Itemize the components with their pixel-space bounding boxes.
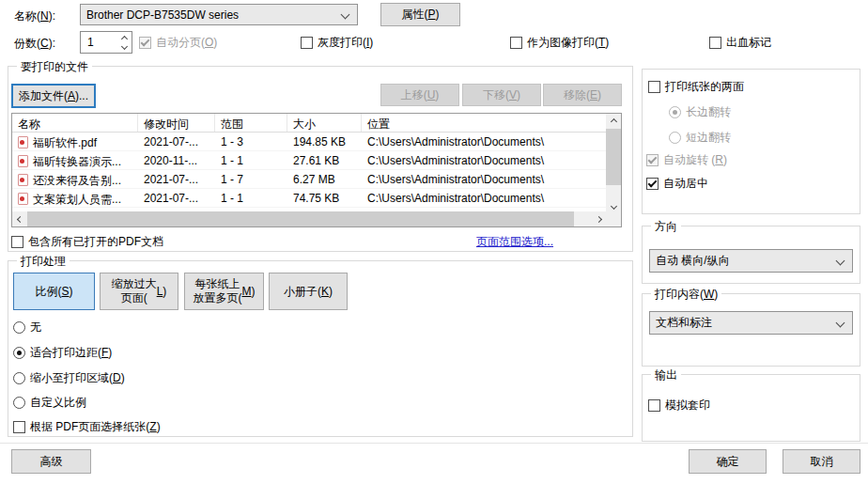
copies-stepper[interactable]: 1 xyxy=(80,31,132,54)
horizontal-scroll-thumb[interactable] xyxy=(27,211,574,226)
table-cell: 194.85 KB xyxy=(287,133,362,150)
print-as-image-label: 作为图像打印(T) xyxy=(527,35,609,51)
radio-icon xyxy=(13,372,25,384)
files-group-title: 要打印的文件 xyxy=(17,59,92,75)
column-header-size[interactable]: 大小 xyxy=(287,114,362,132)
orientation-value: 自动 横向/纵向 xyxy=(650,253,837,269)
print-content-value: 文档和标注 xyxy=(650,315,837,331)
footer-separator xyxy=(0,443,868,444)
shrink-oversized-button[interactable]: 缩放过大 页面(L) xyxy=(100,273,178,310)
radio-short-edge-flip: 短边翻转 xyxy=(669,130,731,145)
radio-none-label: 无 xyxy=(30,320,41,336)
chevron-left-icon xyxy=(16,215,23,222)
print-dialog: { "printer": { "name_label": "名称(N):", "… xyxy=(0,0,868,484)
move-down-button[interactable]: 下移(V) xyxy=(462,84,541,106)
ok-button[interactable]: 确定 xyxy=(689,449,767,474)
table-horizontal-scrollbar[interactable] xyxy=(12,211,606,226)
radio-icon xyxy=(669,132,681,144)
checkbox-icon xyxy=(646,178,659,190)
radio-icon xyxy=(669,106,681,118)
include-all-open-pdf-checkbox[interactable]: 包含所有已打开的PDF文档 xyxy=(11,234,163,249)
scroll-left-button[interactable] xyxy=(12,211,27,226)
collate-checkbox: 自动分页(O) xyxy=(139,35,217,50)
table-cell: 27.61 KB xyxy=(287,151,362,169)
print-as-image-checkbox[interactable]: 作为图像打印(T) xyxy=(510,35,609,50)
page-range-options-link[interactable]: 页面范围选项... xyxy=(476,234,553,250)
checkbox-icon xyxy=(709,37,721,49)
table-vertical-scrollbar[interactable] xyxy=(606,114,621,213)
pdf-file-icon xyxy=(18,174,28,186)
radio-shrink-area-label: 缩小至打印区域(D) xyxy=(30,370,125,386)
table-row[interactable]: 文案策划人员需...2021-07-...1 - 174.75 KBC:\Use… xyxy=(12,189,606,208)
bleed-marks-checkbox[interactable]: 出血标记 xyxy=(709,35,771,50)
table-cell: 1 - 1 xyxy=(215,189,287,207)
simulate-overprint-checkbox[interactable]: 模拟套印 xyxy=(648,398,710,413)
chevron-down-icon xyxy=(341,10,350,20)
add-file-button[interactable]: 添加文件(A)... xyxy=(11,84,96,108)
advanced-button[interactable]: 高级 xyxy=(11,449,91,474)
table-cell: 2021-07-... xyxy=(138,170,215,188)
properties-button[interactable]: 属性(P) xyxy=(380,3,460,26)
print-content-select[interactable]: 文档和标注 xyxy=(649,311,853,335)
table-body: 福昕软件.pdf2021-07-...1 - 3194.85 KBC:\User… xyxy=(12,133,606,213)
auto-center-label: 自动居中 xyxy=(663,176,708,192)
chevron-down-icon xyxy=(610,202,616,209)
scale-mode-button[interactable]: 比例(S) xyxy=(13,273,95,310)
table-cell: C:\Users\Administrator\Documents\ xyxy=(362,189,606,207)
include-all-open-pdf-label: 包含所有已打开的PDF文档 xyxy=(28,234,163,250)
short-edge-flip-label: 短边翻转 xyxy=(686,130,731,146)
simulate-overprint-label: 模拟套印 xyxy=(665,398,710,414)
checkbox-icon xyxy=(510,37,522,49)
checkbox-icon xyxy=(139,37,151,49)
handling-group-title: 打印处理 xyxy=(17,254,70,270)
table-cell: 还没来得及告别... xyxy=(12,170,138,188)
stepper-buttons[interactable] xyxy=(116,32,132,53)
table-cell: C:\Users\Administrator\Documents\ xyxy=(362,170,606,188)
scroll-right-button[interactable] xyxy=(591,211,606,226)
orientation-group-title: 方向 xyxy=(651,219,681,235)
long-edge-flip-label: 长边翻转 xyxy=(686,104,731,120)
column-header-name[interactable]: 名称 xyxy=(12,114,138,132)
pdf-file-icon xyxy=(18,193,28,205)
auto-center-checkbox[interactable]: 自动居中 xyxy=(646,176,708,191)
table-cell: 1 - 7 xyxy=(215,170,287,188)
radio-fit-margins[interactable]: 适合打印边距(F) xyxy=(13,345,112,360)
table-cell: 1 - 1 xyxy=(215,151,287,169)
table-cell: 福昕软件.pdf xyxy=(12,133,138,150)
printer-name-select[interactable]: Brother DCP-B7535DW series xyxy=(80,4,358,25)
chevron-down-icon xyxy=(120,42,127,49)
checkbox-icon xyxy=(11,236,23,248)
remove-button[interactable]: 移除(E) xyxy=(543,84,622,106)
chevron-right-icon xyxy=(595,215,601,222)
table-cell: 2020-11-... xyxy=(138,151,215,169)
orientation-select[interactable]: 自动 横向/纵向 xyxy=(649,249,853,273)
checkbox-icon xyxy=(13,421,25,433)
scroll-up-button[interactable] xyxy=(606,114,621,129)
print-both-sides-label: 打印纸张的两面 xyxy=(665,79,744,95)
auto-rotate-checkbox: 自动旋转 (R) xyxy=(646,152,727,167)
radio-icon xyxy=(13,347,25,359)
multiple-per-sheet-button[interactable]: 每张纸上 放置多页(M) xyxy=(184,273,264,310)
table-row[interactable]: 福昕转换器演示...2020-11-...1 - 127.61 KBC:\Use… xyxy=(12,151,606,170)
radio-shrink-area[interactable]: 缩小至打印区域(D) xyxy=(13,370,125,385)
column-header-location[interactable]: 位置 xyxy=(362,114,606,132)
booklet-button[interactable]: 小册子(K) xyxy=(269,273,348,310)
grayscale-checkbox[interactable]: 灰度打印(I) xyxy=(301,35,373,50)
column-header-modified[interactable]: 修改时间 xyxy=(138,114,215,132)
print-both-sides-checkbox[interactable]: 打印纸张的两面 xyxy=(648,79,744,94)
auto-rotate-label: 自动旋转 (R) xyxy=(663,152,727,168)
vertical-scroll-thumb[interactable] xyxy=(606,129,621,185)
choose-paper-by-pdf-checkbox[interactable]: 根据 PDF页面选择纸张(Z) xyxy=(13,419,161,434)
column-header-range[interactable]: 范围 xyxy=(215,114,287,132)
cancel-button[interactable]: 取消 xyxy=(783,449,860,474)
table-cell: 6.27 MB xyxy=(287,170,362,188)
bleed-marks-label: 出血标记 xyxy=(726,35,771,51)
scrollbar-corner xyxy=(606,211,621,226)
radio-none[interactable]: 无 xyxy=(13,320,41,335)
table-row[interactable]: 还没来得及告别...2021-07-...1 - 76.27 MBC:\User… xyxy=(12,170,606,189)
file-list-table: 名称 修改时间 范围 大小 位置 福昕软件.pdf2021-07-...1 - … xyxy=(11,113,622,227)
move-up-button[interactable]: 上移(U) xyxy=(380,84,459,106)
checkbox-icon xyxy=(648,81,660,93)
table-row[interactable]: 福昕软件.pdf2021-07-...1 - 3194.85 KBC:\User… xyxy=(12,133,606,151)
radio-custom-scale[interactable]: 自定义比例 xyxy=(13,395,86,410)
